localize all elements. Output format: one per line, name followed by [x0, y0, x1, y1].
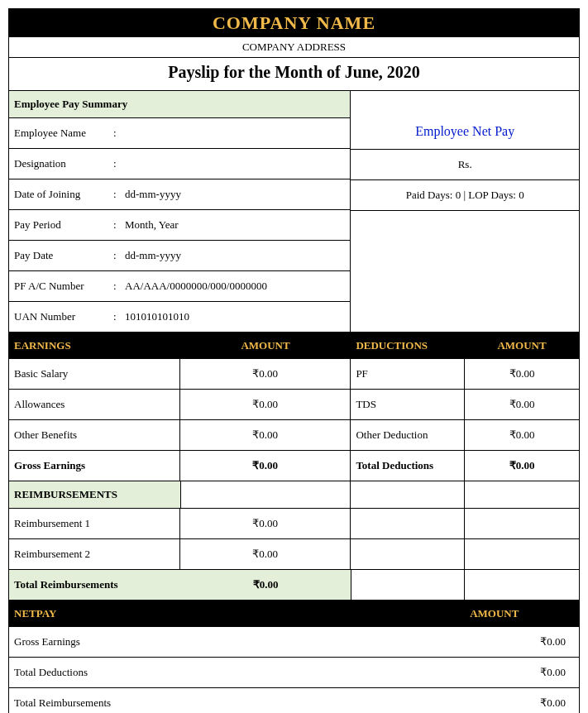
amt-other-ded: ₹0.00	[465, 420, 579, 450]
row-uan: UAN Number : 101010101010	[9, 302, 350, 332]
np-row-gross: Gross Earnings ₹0.00	[9, 627, 579, 658]
np-label-reimb: Total Reimbursements	[9, 688, 465, 713]
earnings-deductions-header: EARNINGS AMOUNT DEDUCTIONS AMOUNT	[9, 333, 579, 359]
row-basic-pf: Basic Salary ₹0.00 PF ₹0.00	[9, 359, 579, 390]
row-designation: Designation :	[9, 149, 350, 179]
np-label-gross: Gross Earnings	[9, 627, 465, 657]
value-doj: dd-mm-yyyy	[125, 188, 181, 201]
label-period: Pay Period	[14, 218, 113, 232]
amt-reimb1: ₹0.00	[180, 509, 351, 538]
amt-basic: ₹0.00	[180, 359, 351, 389]
row-paydate: Pay Date : dd-mm-yyyy	[9, 241, 350, 271]
value-pf: AA/AAA/0000000/000/0000000	[125, 280, 267, 293]
amt-other-earn: ₹0.00	[180, 420, 351, 450]
label-tds: TDS	[351, 390, 465, 419]
company-address: COMPANY ADDRESS	[9, 37, 579, 58]
row-doj: Date of Joining : dd-mm-yyyy	[9, 179, 350, 210]
label-other-ded: Other Deduction	[351, 420, 465, 450]
value-uan: 101010101010	[125, 310, 189, 323]
value-paydate: dd-mm-yyyy	[125, 249, 181, 262]
label-basic: Basic Salary	[9, 359, 180, 389]
row-reimb2: Reimbursement 2 ₹0.00	[9, 539, 579, 570]
netpay-title: Employee Net Pay	[351, 91, 579, 150]
amt-reimb-total: ₹0.00	[180, 570, 351, 600]
header-earnings: EARNINGS	[9, 333, 180, 359]
label-other-earn: Other Benefits	[9, 420, 180, 450]
np-amt-ded: ₹0.00	[465, 658, 579, 687]
label-reimb1: Reimbursement 1	[9, 509, 180, 538]
header-netpay-amount: AMOUNT	[465, 601, 579, 627]
row-gross-total: Gross Earnings ₹0.00 Total Deductions ₹0…	[9, 451, 579, 481]
np-amt-reimb: ₹0.00	[465, 688, 579, 713]
header-deductions: DEDUCTIONS	[351, 333, 465, 359]
netpay-side: Employee Net Pay Rs. Paid Days: 0 | LOP …	[351, 91, 579, 332]
label-designation: Designation	[14, 157, 113, 170]
label-paydate: Pay Date	[14, 249, 113, 262]
label-pf-ded: PF	[351, 359, 465, 389]
row-pf: PF A/C Number : AA/AAA/0000000/000/00000…	[9, 271, 350, 302]
np-label-ded: Total Deductions	[9, 658, 465, 687]
netpay-amount: Rs.	[351, 150, 579, 180]
amt-allow: ₹0.00	[180, 390, 351, 419]
netpay-days: Paid Days: 0 | LOP Days: 0	[351, 180, 579, 211]
label-reimb2: Reimbursement 2	[9, 539, 180, 569]
np-row-ded: Total Deductions ₹0.00	[9, 658, 579, 688]
employee-info: Employee Pay Summary Employee Name : Des…	[9, 91, 351, 332]
np-row-reimb: Total Reimbursements ₹0.00	[9, 688, 579, 713]
payslip-title: Payslip for the Month of June, 2020	[9, 58, 579, 91]
label-doj: Date of Joining	[14, 188, 113, 201]
row-reimb1: Reimbursement 1 ₹0.00	[9, 509, 579, 539]
summary-heading: Employee Pay Summary	[9, 91, 350, 118]
header-earnings-amount: AMOUNT	[180, 333, 351, 359]
row-employee-name: Employee Name :	[9, 118, 350, 149]
label-reimb-total: Total Reimbursements	[9, 570, 180, 600]
header-netpay: NETPAY	[9, 601, 465, 627]
payslip-container: COMPANY NAME COMPANY ADDRESS Payslip for…	[8, 8, 580, 713]
label-gross: Gross Earnings	[9, 451, 180, 481]
company-name: COMPANY NAME	[9, 9, 579, 37]
value-period: Month, Year	[125, 218, 179, 232]
spacer	[351, 211, 579, 332]
amt-reimb2: ₹0.00	[180, 539, 351, 569]
label-allow: Allowances	[9, 390, 180, 419]
amt-total-ded: ₹0.00	[465, 451, 579, 481]
label-employee-name: Employee Name	[14, 127, 113, 140]
reimbursements-header: REIMBURSEMENTS	[9, 481, 579, 509]
np-amt-gross: ₹0.00	[465, 627, 579, 657]
label-uan: UAN Number	[14, 310, 113, 323]
label-total-ded: Total Deductions	[351, 451, 465, 481]
amt-tds: ₹0.00	[465, 390, 579, 419]
row-allow-tds: Allowances ₹0.00 TDS ₹0.00	[9, 390, 579, 420]
row-other: Other Benefits ₹0.00 Other Deduction ₹0.…	[9, 420, 579, 451]
header-reimb: REIMBURSEMENTS	[9, 481, 180, 508]
label-pf: PF A/C Number	[14, 280, 113, 293]
header-deductions-amount: AMOUNT	[465, 333, 579, 359]
amt-pf-ded: ₹0.00	[465, 359, 579, 389]
amt-gross: ₹0.00	[180, 451, 351, 481]
top-section: Employee Pay Summary Employee Name : Des…	[9, 91, 579, 333]
row-reimb-total: Total Reimbursements ₹0.00	[9, 570, 579, 601]
netpay-header: NETPAY AMOUNT	[9, 601, 579, 627]
row-period: Pay Period : Month, Year	[9, 210, 350, 241]
